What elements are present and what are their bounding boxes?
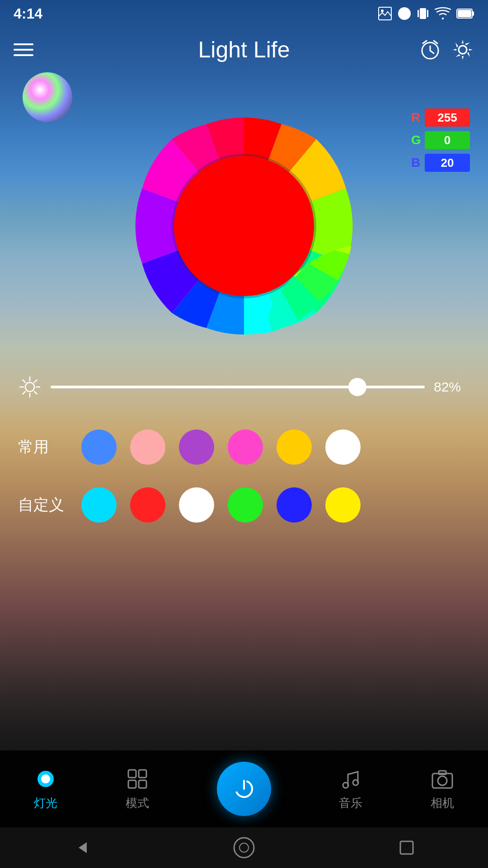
custom-preset-row: 自定义 bbox=[18, 487, 470, 523]
top-bar: Light Life bbox=[0, 27, 488, 72]
svg-line-25 bbox=[34, 380, 37, 383]
top-bar-actions bbox=[418, 38, 474, 61]
common-preset-row: 常用 bbox=[18, 429, 470, 465]
brightness-value: 82% bbox=[434, 379, 470, 395]
status-time: 4:14 bbox=[14, 5, 42, 22]
bottom-nav: 灯光 模式 音乐 相机 bbox=[0, 750, 488, 827]
custom-color-5[interactable] bbox=[325, 487, 361, 523]
svg-rect-9 bbox=[472, 11, 474, 16]
custom-label: 自定义 bbox=[18, 495, 68, 515]
nav-light-label: 灯光 bbox=[34, 795, 57, 811]
gallery-icon bbox=[378, 6, 392, 21]
r-value: 255 bbox=[425, 108, 470, 127]
nav-music-label: 音乐 bbox=[339, 795, 362, 811]
color-preview-sphere bbox=[23, 72, 72, 122]
camera-icon bbox=[431, 767, 454, 791]
light-icon bbox=[34, 767, 57, 791]
custom-color-4[interactable] bbox=[277, 487, 312, 523]
android-recent-button[interactable] bbox=[393, 834, 420, 861]
color-center bbox=[174, 156, 314, 296]
svg-rect-3 bbox=[420, 8, 426, 19]
brightness-row: 82% bbox=[0, 375, 488, 399]
user-icon bbox=[398, 7, 411, 20]
menu-button[interactable] bbox=[14, 43, 33, 56]
svg-point-41 bbox=[234, 838, 254, 858]
g-label: G bbox=[411, 133, 420, 147]
brightness-slider-thumb[interactable] bbox=[348, 378, 366, 396]
r-row: R 255 bbox=[411, 108, 470, 127]
color-wheel[interactable] bbox=[117, 99, 371, 353]
mode-icon bbox=[126, 767, 149, 791]
nav-music[interactable]: 音乐 bbox=[339, 767, 362, 811]
svg-rect-4 bbox=[418, 10, 419, 17]
music-icon bbox=[339, 767, 362, 791]
sun-icon bbox=[18, 375, 42, 399]
alarm-icon[interactable] bbox=[418, 38, 442, 61]
android-nav bbox=[0, 827, 488, 868]
svg-rect-43 bbox=[400, 841, 413, 854]
power-button[interactable] bbox=[217, 762, 271, 816]
status-icons bbox=[378, 6, 474, 21]
svg-rect-31 bbox=[128, 780, 136, 788]
svg-rect-8 bbox=[458, 10, 471, 17]
svg-rect-30 bbox=[139, 770, 146, 778]
custom-color-1[interactable] bbox=[130, 487, 165, 523]
android-home-button[interactable] bbox=[230, 834, 258, 861]
rgb-values-panel: R 255 G 0 B 20 bbox=[411, 108, 470, 172]
svg-point-14 bbox=[459, 46, 467, 54]
svg-line-23 bbox=[23, 380, 26, 383]
common-label: 常用 bbox=[18, 437, 68, 458]
power-icon bbox=[231, 776, 257, 802]
custom-color-3[interactable] bbox=[228, 487, 263, 523]
b-value: 20 bbox=[425, 154, 470, 172]
android-back-button[interactable] bbox=[68, 834, 95, 861]
nav-light[interactable]: 灯光 bbox=[34, 767, 57, 811]
g-row: G 0 bbox=[411, 131, 470, 149]
color-wheel-container[interactable] bbox=[117, 99, 371, 354]
b-row: B 20 bbox=[411, 154, 470, 172]
app-title: Light Life bbox=[198, 37, 290, 63]
battery-icon bbox=[456, 7, 474, 20]
home-icon bbox=[233, 836, 255, 859]
svg-rect-39 bbox=[439, 771, 446, 774]
svg-rect-32 bbox=[139, 780, 146, 788]
vibrate-icon bbox=[417, 6, 429, 21]
svg-point-18 bbox=[25, 382, 34, 392]
status-bar: 4:14 bbox=[0, 0, 488, 27]
common-colors bbox=[81, 429, 361, 465]
svg-marker-40 bbox=[79, 842, 87, 853]
brightness-slider-track[interactable] bbox=[51, 386, 425, 388]
svg-point-2 bbox=[398, 7, 411, 20]
svg-point-38 bbox=[438, 776, 447, 785]
custom-colors bbox=[81, 487, 361, 523]
r-label: R bbox=[411, 110, 420, 125]
recent-icon bbox=[399, 840, 415, 856]
common-color-1[interactable] bbox=[130, 429, 165, 465]
nav-camera-label: 相机 bbox=[431, 795, 454, 811]
custom-color-2[interactable] bbox=[179, 487, 214, 523]
svg-line-24 bbox=[34, 392, 37, 394]
custom-color-0[interactable] bbox=[81, 487, 117, 523]
nav-camera[interactable]: 相机 bbox=[431, 767, 454, 811]
common-color-5[interactable] bbox=[325, 429, 361, 465]
settings-icon[interactable] bbox=[451, 38, 474, 61]
svg-point-28 bbox=[41, 774, 50, 783]
nav-mode-label: 模式 bbox=[126, 795, 149, 811]
svg-rect-29 bbox=[128, 770, 136, 778]
common-color-2[interactable] bbox=[179, 429, 214, 465]
svg-line-26 bbox=[23, 392, 26, 394]
g-value: 0 bbox=[425, 131, 470, 149]
common-color-0[interactable] bbox=[81, 429, 117, 465]
nav-mode[interactable]: 模式 bbox=[126, 767, 149, 811]
common-color-4[interactable] bbox=[277, 429, 312, 465]
common-color-3[interactable] bbox=[228, 429, 263, 465]
b-label: B bbox=[411, 156, 420, 170]
svg-point-6 bbox=[442, 18, 444, 19]
wifi-icon bbox=[435, 7, 451, 20]
svg-point-1 bbox=[381, 9, 384, 12]
back-icon bbox=[73, 840, 89, 856]
svg-point-42 bbox=[239, 843, 249, 852]
svg-rect-5 bbox=[427, 10, 428, 17]
preset-section: 常用 自定义 bbox=[0, 429, 488, 545]
